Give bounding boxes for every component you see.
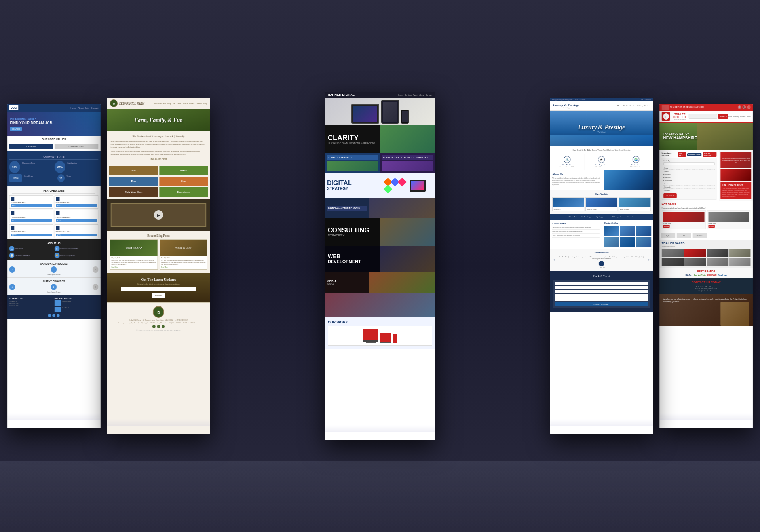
trailer-sales-title: TRAILER SALES xyxy=(662,241,751,245)
trailer-bottom-vehicle xyxy=(720,302,749,326)
harner-reflection xyxy=(325,425,435,432)
yacht-gallery-5 xyxy=(620,237,635,247)
yacht-message-input[interactable] xyxy=(555,294,648,301)
harner-consulting-title: CONSULTING xyxy=(328,227,377,234)
harner-hero xyxy=(325,98,435,125)
yacht-gallery-section: Photo Gallery xyxy=(602,220,653,249)
yacht-destinations-icon: 🌍 xyxy=(633,156,639,163)
vdc-client-process: CLIENT PROCESS 1 2 3 Lorem Ipsum Sirsum xyxy=(7,277,101,295)
vdc-footer: CONTACT US 123 Main St info@vdc.com (555… xyxy=(7,295,101,319)
yacht-submit-btn[interactable]: SUBMIT ENQUIRY xyxy=(555,302,648,306)
trailer-grid-item-4 xyxy=(729,249,751,257)
harner-branding-title: BRANDING & COMMUNICATIONS xyxy=(328,207,365,209)
yacht-testimonials-title: Testimonials xyxy=(552,251,651,254)
farm-pick[interactable]: Pick Your Own xyxy=(109,187,158,197)
vdc-logo: VDC xyxy=(10,105,19,110)
farm-header: ✿ CEDAR HILL FARM Pick Your Own Shop Eat… xyxy=(107,98,210,109)
farm-footer-logo: ✿ xyxy=(153,306,164,318)
farm-blog-title: Recent Blog Posts xyxy=(110,234,207,238)
trailer-red-dump xyxy=(720,169,751,181)
yacht-reviewer-avatar xyxy=(599,261,604,266)
trailer-header-nav: Home Inventory Brands Contact xyxy=(728,116,751,118)
farm-newsletter: Get The Latest Updates Sign up for the l… xyxy=(107,273,210,302)
harner-growth-title: GROWTH STRATEGY xyxy=(328,156,377,159)
yacht-feature-exp-title: Your Experience xyxy=(585,164,617,166)
harner-consulting-sub: STRATEGY xyxy=(328,234,377,237)
yacht-news-title: Latest News xyxy=(552,222,600,225)
farm-video-thumb[interactable]: ▶ xyxy=(111,203,206,227)
vdc-featured: FEATURED JOBS POSITION AVAILABLE APPLY P… xyxy=(7,186,101,239)
farm-read-more1[interactable]: Read More xyxy=(112,266,156,268)
harner-digital-title: DIGITAL xyxy=(327,180,372,186)
trailer-bottom-photo: Whether you are a first-time buyer or a … xyxy=(659,294,753,326)
screen-yacht: info@luxuryyachting.com | 1.800.555.0101… xyxy=(550,98,653,434)
trailer-grid-item-8 xyxy=(729,258,751,266)
farm-read-more2[interactable]: Read More xyxy=(161,266,206,268)
trailer-sidebar: More a smaller service that fulfills you… xyxy=(719,150,753,201)
farm-play[interactable]: Play xyxy=(109,177,158,186)
yacht-nav: Home Yachts Services Gallery Contact xyxy=(618,105,650,107)
trailer-brand-sealion: Sea Lion xyxy=(718,274,727,276)
harner-work-title: OUR WORK xyxy=(328,320,432,324)
harner-digital-block: DIGITAL STRATEGY xyxy=(325,173,435,198)
yacht-feature-destinations: 🌍 Destinations Global destinations xyxy=(619,154,653,170)
harner-work: OUR WORK xyxy=(325,317,435,349)
trailer-contact: CONTACT US TODAY Trailer Outlet of New H… xyxy=(659,278,753,294)
vdc-step-3: 3 xyxy=(93,266,99,273)
harner-work-mockup xyxy=(328,326,432,346)
farm-logo-icon: ✿ xyxy=(110,99,118,107)
yacht-quote-close: " xyxy=(648,258,651,267)
farm-play-button[interactable]: ▶ xyxy=(154,210,163,220)
trailer-contact-email: info@traileroutletnh.com xyxy=(662,290,751,292)
trailer-hot-deals: HOT DEALS From personal trailers to larg… xyxy=(659,201,753,231)
harner-media-title: MEDIA xyxy=(327,279,367,283)
farm-video-section: ▶ xyxy=(107,199,210,231)
farm-subscribe-btn[interactable]: Subscribe xyxy=(152,293,165,298)
vdc-candidate-process: CANDIDATE PROCESS 1 2 3 Lorem Ipsum Sirs… xyxy=(7,260,101,277)
yacht-quote-text: An absolutely unforgettable experience. … xyxy=(557,256,646,260)
trailer-promo-box: The Trailer Outlet From personal trailer… xyxy=(720,182,751,199)
trailer-hot-2: Trailer Type Details xyxy=(707,210,750,229)
farm-logo: CEDAR HILL FARM xyxy=(119,102,144,105)
trailer-sales-section: TRAILER SALES Available Brands xyxy=(659,240,753,268)
harner-consulting-block: CONSULTING STRATEGY xyxy=(325,218,435,246)
farm-nav: Pick Your Own Shop Eat Drink About Event… xyxy=(154,103,207,104)
yacht-name-input[interactable] xyxy=(555,282,648,285)
vdc-about: ABOUT US ★ WHY PDC? ⚙ INDUSTRY CONNECTIO… xyxy=(7,239,101,260)
yacht-fleet-2[interactable]: Yacht 86 - 60HP xyxy=(585,197,618,211)
harner-team-photo xyxy=(325,293,435,317)
screen-vdc: VDC HomeAboutJobsContact RECRUITING GROU… xyxy=(7,104,101,428)
farm-eat[interactable]: Eat xyxy=(109,166,158,175)
vdc-job-3: POSITION AVAILABLE APPLY xyxy=(10,210,53,223)
farm-activities: Eat Drink Play Shop Pick Your Own Experi… xyxy=(107,163,210,199)
trailer-grid-row2 xyxy=(662,258,751,266)
screen-farm: ✿ CEDAR HILL FARM Pick Your Own Shop Eat… xyxy=(107,98,210,434)
harner-media-block: MEDIA SOCIAL xyxy=(325,272,435,293)
vdc-step-1: 1 xyxy=(10,266,15,273)
harner-webdev-sub: DEVELOPMENT xyxy=(328,259,377,264)
yacht-cta-text: We look forward to hosting you and givin… xyxy=(552,216,651,218)
yacht-about-image xyxy=(604,170,653,190)
yacht-fleet-3[interactable]: Yacht Up 60HP xyxy=(619,197,651,211)
farm-email-input[interactable] xyxy=(121,287,196,291)
yacht-topbar-text: info@luxuryyachting.com | 1.800.555.0101 xyxy=(552,99,586,101)
farm-blog-post1-title: What is CSA? xyxy=(125,246,142,249)
yacht-news-gallery: Latest News Yacht Show 2024 highlights a… xyxy=(550,220,653,249)
trailer-map-icon[interactable]: 📍 xyxy=(747,105,750,109)
vdc-client-step-1: 1 xyxy=(10,284,15,290)
vdc-client-process-title: CLIENT PROCESS xyxy=(10,280,99,283)
trailer-topbar: TRAILER OUTLET OF NEW HAMPSHIRE 🔍 📞 📍 xyxy=(659,104,753,111)
trailer-promo-title: The Trailer Outlet xyxy=(722,184,750,186)
vdc-job-1: POSITION AVAILABLE APPLY xyxy=(10,195,53,209)
vdc-about-title: ABOUT US xyxy=(10,242,99,245)
yacht-gallery-2 xyxy=(620,226,635,236)
farm-blog-date2: May 10, 2018 xyxy=(161,257,206,259)
trailer-mfr-3: KENDON xyxy=(693,233,707,238)
farm-footer: ✿ Cedar Hill Farm · 42 Farm Avenue, Anyw… xyxy=(107,302,210,334)
harner-digital-sub: STRATEGY xyxy=(327,186,372,191)
farm-blog-post2-title: WHAT IS CSA? xyxy=(175,247,192,249)
yacht-gallery-title: Photo Gallery xyxy=(604,222,651,225)
farm-newsletter-title: Get The Latest Updates xyxy=(112,277,206,281)
vdc-stat-3: 11,374 xyxy=(10,174,22,182)
harner-clarity-block: CLARITY IN STRATEGY, COMMUNICATIONS & OP… xyxy=(325,125,435,153)
